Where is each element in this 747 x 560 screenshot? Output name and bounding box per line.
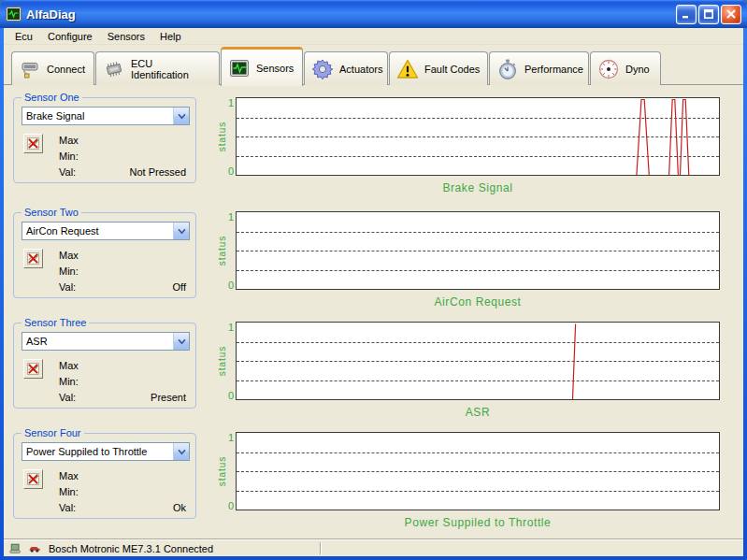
gridline xyxy=(237,270,719,271)
gridline xyxy=(237,136,719,137)
val-label: Val: xyxy=(59,281,76,293)
min-label: Min: xyxy=(59,266,79,277)
group-title: Sensor Four xyxy=(22,427,84,438)
oscilloscope-icon xyxy=(228,57,251,79)
sensor-one-group: Sensor One Brake Signal Max Min: Val: No… xyxy=(13,97,196,183)
tab-sensors[interactable]: Sensors xyxy=(221,47,303,86)
group-title: Sensor Three xyxy=(22,317,89,328)
combo-selected-value: Power Suppiled to Throttle xyxy=(22,446,173,457)
min-label: Min: xyxy=(59,376,79,387)
val-label: Val: xyxy=(59,502,76,513)
app-icon xyxy=(6,7,22,22)
title-bar[interactable]: AlfaDiag xyxy=(0,0,747,28)
chevron-down-icon[interactable] xyxy=(173,108,189,124)
chart-title: AirCon Request xyxy=(236,295,720,309)
tab-ecu-identification[interactable]: ECU Identification xyxy=(95,51,220,85)
tab-connect[interactable]: Connect xyxy=(11,51,94,85)
caption-buttons xyxy=(676,5,741,24)
tab-label: ECU Identification xyxy=(131,58,212,80)
sensor-two-group: Sensor Two AirCon Request Max Min: Val: … xyxy=(13,212,196,298)
clear-graph-icon xyxy=(26,251,40,266)
chip-icon xyxy=(103,58,125,80)
tab-label: Dyno xyxy=(625,64,650,75)
tab-label: Sensors xyxy=(256,63,294,74)
minimize-button[interactable] xyxy=(676,5,697,24)
clear-graph-icon xyxy=(26,136,40,151)
gridline xyxy=(237,471,719,472)
menu-configure[interactable]: Configure xyxy=(40,29,100,44)
plot-area xyxy=(236,211,720,290)
tab-label: Actuators xyxy=(339,64,382,75)
status-text: Bosch Motronic ME7.3.1 Connected xyxy=(49,543,213,554)
clear-graph-button[interactable] xyxy=(23,249,43,268)
combo-selected-value: AirCon Request xyxy=(22,225,173,237)
statusbar-divider xyxy=(320,542,322,554)
y-axis-label: status xyxy=(217,346,227,377)
connector-icon xyxy=(19,58,41,80)
warning-icon xyxy=(396,58,419,80)
maximize-button[interactable] xyxy=(698,5,719,24)
car-status-icon xyxy=(28,542,41,555)
sensor-four-select[interactable]: Power Suppiled to Throttle xyxy=(22,442,190,461)
app-window: AlfaDiag Ecu Configure Sensors Help xyxy=(0,0,747,560)
val-label: Val: xyxy=(59,166,76,178)
menu-ecu[interactable]: Ecu xyxy=(7,29,40,44)
chevron-down-icon[interactable] xyxy=(173,443,189,460)
y-tick-max: 1 xyxy=(223,97,234,108)
max-label: Max xyxy=(59,360,79,371)
y-axis-label: status xyxy=(217,122,227,152)
status-bar: Bosch Motronic ME7.3.1 Connected xyxy=(4,539,743,556)
y-tick-max: 1 xyxy=(223,211,234,223)
sensor-one-select[interactable]: Brake Signal xyxy=(22,107,190,125)
plot-area xyxy=(236,322,720,400)
max-label: Max xyxy=(59,250,79,261)
min-label: Min: xyxy=(59,151,79,162)
chevron-down-icon[interactable] xyxy=(173,333,189,350)
gridline xyxy=(237,156,719,157)
gridline xyxy=(237,251,719,251)
chevron-down-icon[interactable] xyxy=(173,223,189,239)
chart-title: Brake Signal xyxy=(236,181,720,194)
clear-graph-button[interactable] xyxy=(23,134,43,153)
menu-help[interactable]: Help xyxy=(152,29,189,44)
tab-fault-codes[interactable]: Fault Codes xyxy=(389,51,488,85)
signal-trace xyxy=(569,324,575,400)
group-title: Sensor Two xyxy=(22,207,81,218)
menu-sensors[interactable]: Sensors xyxy=(100,29,152,44)
tab-dyno[interactable]: Dyno xyxy=(590,51,661,85)
y-axis-label: status xyxy=(217,236,227,266)
combo-selected-value: ASR xyxy=(22,336,173,347)
val-value: Ok xyxy=(173,502,186,513)
gauge-icon xyxy=(597,58,620,80)
y-axis-label: status xyxy=(217,456,227,487)
tab-label: Connect xyxy=(47,64,85,75)
y-tick-min: 0 xyxy=(223,500,234,511)
gear-icon xyxy=(311,58,334,80)
clear-graph-button[interactable] xyxy=(23,359,43,379)
clear-graph-button[interactable] xyxy=(23,469,43,489)
plot-area xyxy=(236,97,720,176)
combo-selected-value: Brake Signal xyxy=(22,110,173,122)
y-tick-min: 0 xyxy=(223,280,234,291)
tab-actuators[interactable]: Actuators xyxy=(304,51,388,85)
gridline xyxy=(237,491,719,492)
y-tick-max: 1 xyxy=(223,322,234,333)
close-button[interactable] xyxy=(721,5,741,24)
min-label: Min: xyxy=(59,486,79,497)
y-tick-min: 0 xyxy=(223,165,234,177)
max-label: Max xyxy=(59,470,79,481)
tab-performance[interactable]: Performance xyxy=(489,51,589,85)
val-value: Present xyxy=(151,392,186,403)
gridline xyxy=(237,118,719,119)
computer-status-icon xyxy=(9,542,22,555)
val-label: Val: xyxy=(59,392,76,403)
sensor-two-select[interactable]: AirCon Request xyxy=(22,222,190,240)
signal-trace xyxy=(617,100,720,176)
chart-title: ASR xyxy=(236,406,720,419)
gridline xyxy=(237,381,719,381)
menu-bar: Ecu Configure Sensors Help xyxy=(4,28,743,45)
sensor-three-select[interactable]: ASR xyxy=(22,332,190,351)
gridline xyxy=(237,232,719,233)
chart-title: Power Suppiled to Throttle xyxy=(236,516,720,529)
tab-label: Performance xyxy=(524,64,583,75)
